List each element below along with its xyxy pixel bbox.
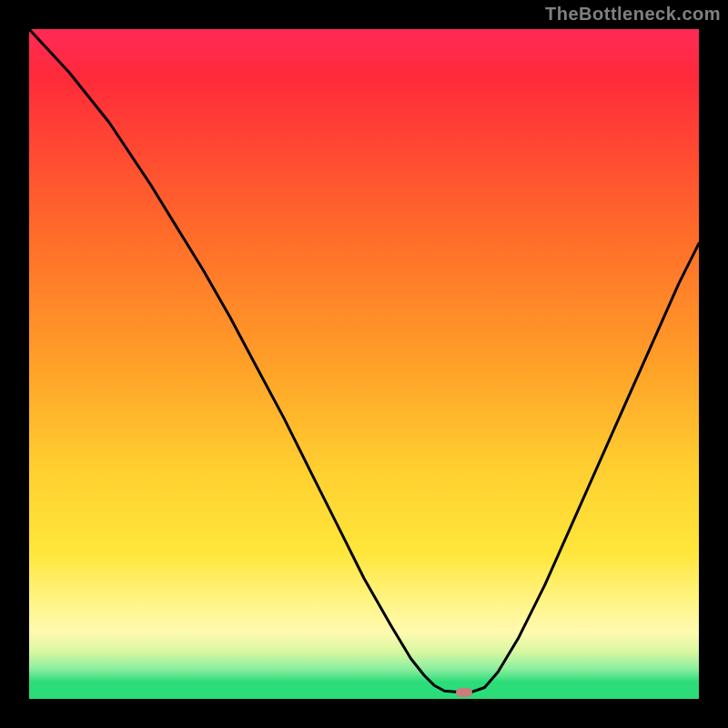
chart-svg — [29, 29, 699, 699]
optimal-marker — [456, 688, 472, 697]
gradient-background — [29, 29, 699, 699]
site-watermark: TheBottleneck.com — [545, 4, 721, 25]
page-root: TheBottleneck.com — [0, 0, 728, 728]
plot-area — [29, 29, 699, 699]
